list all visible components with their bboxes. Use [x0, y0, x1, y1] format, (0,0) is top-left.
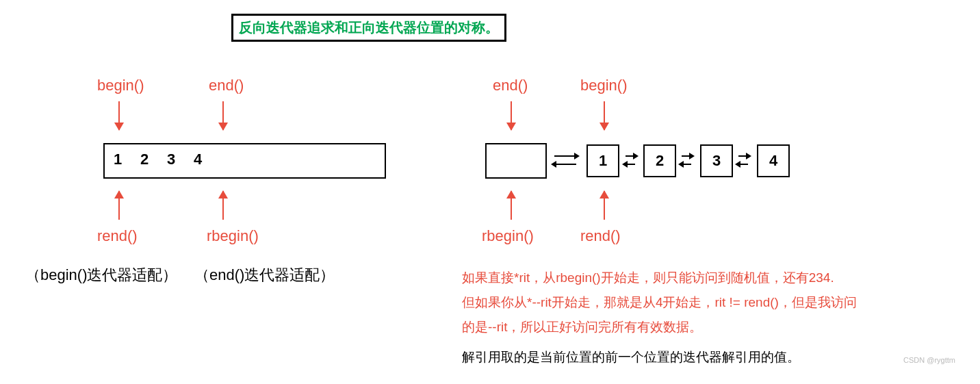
explain-line-4: 解引用取的是当前位置的前一个位置的迭代器解引用的值。 — [462, 345, 800, 370]
right-begin-label: begin() — [580, 77, 627, 94]
right-end-label: end() — [493, 77, 528, 94]
title-text: 反向迭代器追求和正向迭代器位置的对称。 — [239, 20, 499, 35]
left-end-adapt: （end()迭代器适配） — [194, 265, 335, 285]
left-rbegin-arrow — [222, 191, 224, 220]
list-link-0 — [552, 152, 579, 168]
left-begin-adapt: （begin()迭代器适配） — [25, 265, 177, 285]
vector-item-2: 3 — [167, 151, 175, 168]
title-box: 反向迭代器追求和正向迭代器位置的对称。 — [231, 14, 506, 42]
left-rend-label: rend() — [97, 227, 138, 245]
list-head-node — [485, 143, 547, 179]
explain-line-3: 的是--rit，所以正好访问完所有有效数据。 — [462, 315, 702, 340]
right-rbegin-arrow — [511, 191, 512, 220]
list-link-1 — [623, 152, 638, 168]
left-begin-arrow — [118, 101, 120, 130]
left-end-arrow — [222, 101, 224, 130]
right-begin-arrow — [604, 101, 605, 130]
left-rbegin-label: rbegin() — [207, 227, 259, 245]
list-link-2 — [679, 152, 694, 168]
list-node-2: 3 — [700, 144, 733, 177]
list-node-0: 1 — [586, 144, 619, 177]
right-rend-label: rend() — [580, 227, 621, 245]
vector-item-1: 2 — [140, 151, 149, 168]
watermark: CSDN @rygttm — [903, 356, 955, 364]
left-end-label: end() — [209, 77, 244, 94]
vector-item-0: 1 — [114, 151, 122, 168]
left-begin-label: begin() — [97, 77, 144, 94]
explain-line-1: 如果直接*rit，从rbegin()开始走，则只能访问到随机值，还有234. — [462, 266, 834, 290]
list-node-1: 2 — [643, 144, 676, 177]
right-rend-arrow — [604, 191, 605, 220]
right-rbegin-label: rbegin() — [482, 227, 534, 245]
list-link-3 — [736, 152, 751, 168]
vector-item-3: 4 — [194, 151, 202, 168]
left-rend-arrow — [118, 191, 120, 220]
list-node-3: 4 — [757, 144, 790, 177]
explain-line-2: 但如果你从*--rit开始走，那就是从4开始走，rit != rend()，但是… — [462, 290, 857, 315]
right-end-arrow — [511, 101, 512, 130]
